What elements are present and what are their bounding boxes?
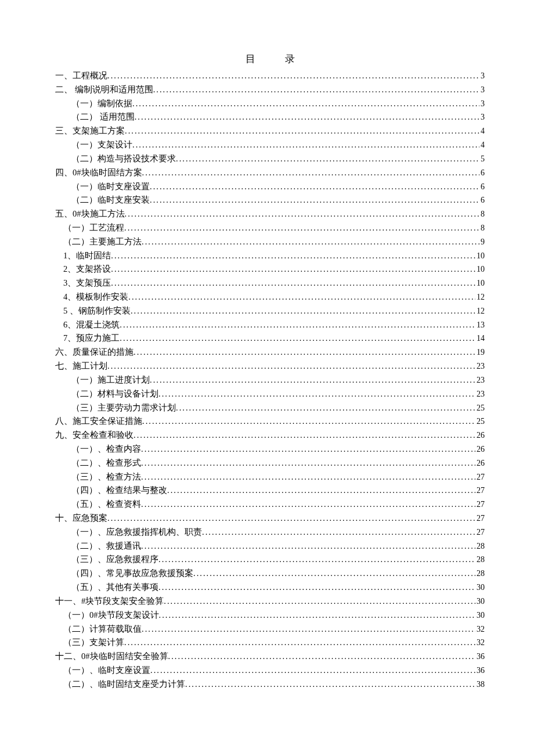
toc-leader <box>158 553 475 567</box>
toc-entry-label: （一）工艺流程 <box>63 221 124 235</box>
toc-entry: 5 、钢筋制作安装12 <box>55 304 485 318</box>
toc-entry-page: 26 <box>475 429 485 442</box>
toc-entry: （三）、检查方法27 <box>55 470 485 484</box>
toc-entry-label: 7、预应力施工 <box>63 332 120 345</box>
toc-leader <box>124 636 475 650</box>
toc-entry-page: 23 <box>475 374 485 387</box>
toc-entry-page: 27 <box>475 484 485 498</box>
toc-entry: （五）、其他有关事项30 <box>55 581 485 595</box>
toc-entry: （二）构造与搭设技术要求5 <box>55 152 485 166</box>
document-page: 目 录 一、工程概况3二、 编制说明和适用范围3（一）编制依据3（二） 适用范围… <box>0 0 534 756</box>
toc-entry-label: （二）临时支座安装 <box>71 193 150 207</box>
toc-title: 目 录 <box>55 52 485 66</box>
toc-leader <box>150 193 479 207</box>
toc-entry-label: 十二、0#块临时固结安全验算 <box>55 650 168 664</box>
table-of-contents: 一、工程概况3二、 编制说明和适用范围3（一）编制依据3（二） 适用范围3三、支… <box>55 69 485 692</box>
toc-leader <box>124 221 479 235</box>
toc-leader <box>128 290 475 304</box>
toc-entry: 八、施工安全保证措施25 <box>55 415 485 429</box>
toc-leader <box>142 622 475 636</box>
toc-leader <box>142 235 479 249</box>
title-right: 录 <box>285 52 295 66</box>
toc-entry-page: 9 <box>479 236 485 249</box>
toc-entry-label: （二） 适用范围 <box>71 110 135 124</box>
toc-entry: （二）临时支座安装6 <box>55 193 485 207</box>
toc-entry-page: 32 <box>475 623 485 636</box>
toc-leader <box>120 318 475 332</box>
toc-entry: （二）主要施工方法9 <box>55 235 485 249</box>
toc-entry: （一）临时支座设置6 <box>55 180 485 194</box>
toc-entry-label: 八、施工安全保证措施 <box>55 415 142 429</box>
toc-leader <box>134 429 475 442</box>
toc-entry: 四、0#块临时固结方案6 <box>55 166 485 180</box>
toc-entry-page: 30 <box>475 595 485 609</box>
toc-entry-page: 25 <box>475 402 485 415</box>
toc-entry-label: 十、应急预案 <box>55 512 107 525</box>
toc-leader <box>159 609 476 622</box>
toc-entry-label: （一）支架设计 <box>71 138 132 152</box>
toc-entry-label: 2、支架搭设 <box>63 262 111 276</box>
toc-leader <box>142 415 475 429</box>
toc-entry: （二）、救援通讯28 <box>55 539 485 553</box>
toc-entry-page: 26 <box>475 457 485 470</box>
toc-entry-label: 1、临时固结 <box>63 249 111 263</box>
toc-entry: 十一、#块节段支架安全验算30 <box>55 595 485 609</box>
toc-entry-label: （三）、检查方法 <box>71 470 141 484</box>
toc-leader <box>131 304 475 318</box>
toc-leader <box>193 567 475 581</box>
toc-leader <box>107 69 479 83</box>
toc-entry: （一）工艺流程8 <box>55 221 485 235</box>
toc-entry-page: 6 <box>479 167 485 180</box>
toc-entry-page: 14 <box>475 332 485 345</box>
toc-leader <box>202 525 475 539</box>
toc-entry-page: 4 <box>479 125 485 138</box>
toc-entry-page: 28 <box>475 540 485 553</box>
toc-entry-label: （二）计算荷载取值 <box>63 622 142 636</box>
toc-entry-page: 3 <box>479 84 485 97</box>
toc-entry-page: 23 <box>475 388 485 401</box>
toc-entry-label: 九、安全检查和验收 <box>55 429 134 442</box>
toc-entry-label: （二）、检查形式 <box>71 456 141 470</box>
toc-entry-page: 12 <box>475 291 485 304</box>
toc-entry-page: 6 <box>479 181 485 194</box>
toc-entry: （五）、检查资料27 <box>55 498 485 512</box>
toc-entry: 一、工程概况3 <box>55 69 485 83</box>
toc-leader <box>142 166 480 180</box>
toc-entry-page: 10 <box>475 277 485 290</box>
toc-entry-label: 4、模板制作安装 <box>63 290 128 304</box>
toc-leader <box>135 110 479 124</box>
toc-entry: （二） 适用范围3 <box>55 110 485 124</box>
toc-entry-label: 五、0#块施工方法 <box>55 207 125 221</box>
toc-leader <box>125 124 479 138</box>
toc-leader <box>141 442 475 456</box>
toc-entry-page: 30 <box>475 609 485 622</box>
toc-entry-page: 25 <box>475 415 485 429</box>
toc-leader <box>185 678 475 692</box>
toc-leader <box>158 581 475 595</box>
title-left: 目 <box>246 52 255 66</box>
toc-entry-label: 十一、#块节段支架安全验算 <box>55 595 164 609</box>
toc-leader <box>125 207 480 221</box>
toc-entry-page: 12 <box>475 305 485 318</box>
toc-entry-label: （三）支架计算 <box>63 636 124 650</box>
toc-leader <box>176 401 475 415</box>
toc-entry: （三）支架计算32 <box>55 636 485 650</box>
toc-leader <box>141 456 475 470</box>
toc-entry-page: 27 <box>475 526 485 539</box>
toc-entry: （二）、临时固结支座受力计算38 <box>55 678 485 692</box>
toc-entry: 2、支架搭设10 <box>55 262 485 276</box>
toc-entry-label: （二）、临时固结支座受力计算 <box>63 678 185 692</box>
toc-entry-label: （一）、检查内容 <box>71 442 141 456</box>
toc-entry: （二）、检查形式26 <box>55 456 485 470</box>
toc-leader <box>134 345 475 359</box>
toc-entry: 六、质量保证的措施19 <box>55 345 485 359</box>
toc-entry: 3、支架预压10 <box>55 276 485 290</box>
toc-entry-label: （三）、应急救援程序 <box>71 553 158 567</box>
toc-entry-page: 28 <box>475 553 485 567</box>
toc-entry: 1、临时固结10 <box>55 249 485 263</box>
toc-entry-label: （二）主要施工方法 <box>63 235 142 249</box>
toc-entry-label: （四）、常见事故应急救援预案 <box>71 567 193 581</box>
toc-entry-label: （三）主要劳动力需求计划 <box>71 401 176 415</box>
toc-leader <box>167 484 475 498</box>
toc-entry-page: 6 <box>479 194 485 207</box>
